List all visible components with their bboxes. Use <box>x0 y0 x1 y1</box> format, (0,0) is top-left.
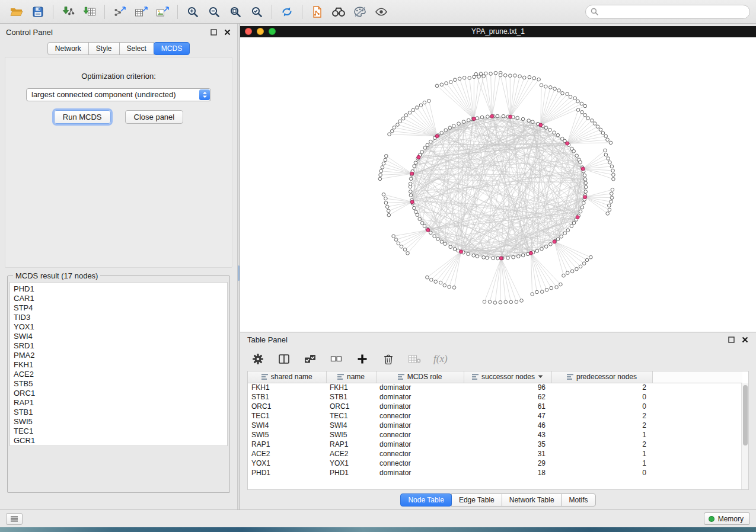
trash-icon <box>382 353 394 365</box>
mcds-result-item[interactable]: GCR1 <box>14 436 227 446</box>
mcds-result-item[interactable]: ACE2 <box>14 370 227 379</box>
tab-mcds[interactable]: MCDS <box>154 42 190 55</box>
mcds-result-item[interactable]: PHD1 <box>14 284 227 294</box>
search-input[interactable] <box>601 7 745 16</box>
mcds-tab-content: Optimization criterion: largest connecte… <box>5 57 232 268</box>
node-table-row[interactable]: TEC1TEC1connector472 <box>248 411 742 421</box>
mcds-result-group: MCDS result (17 nodes) PHD1CAR1STP4TID3Y… <box>7 271 230 493</box>
close-panel-button[interactable] <box>223 28 231 36</box>
node-table-row[interactable]: PHD1PHD1dominator180 <box>248 468 742 477</box>
cell-mcds-role: dominator <box>376 392 464 402</box>
deselect-all-button[interactable] <box>329 352 343 366</box>
memory-button[interactable]: Memory <box>704 512 750 525</box>
tab-network-table[interactable]: Network Table <box>502 493 562 507</box>
float-panel-button[interactable] <box>209 28 218 36</box>
open-session-button[interactable] <box>6 3 27 21</box>
tab-network[interactable]: Network <box>47 42 89 55</box>
table-panel-tabs: Node Table Edge Table Network Table Moti… <box>240 490 756 509</box>
function-builder-button[interactable]: f(x) <box>433 352 448 366</box>
node-table-row[interactable]: ORC1ORC1dominator610 <box>248 402 742 411</box>
column-header-shared-name[interactable]: shared name <box>248 371 326 383</box>
zoom-window-button[interactable] <box>269 28 276 35</box>
import-network-button[interactable] <box>58 3 79 21</box>
node-table-row[interactable]: ACE2ACE2connector311 <box>248 449 742 459</box>
mcds-result-item[interactable]: STP4 <box>14 303 227 313</box>
criterion-dropdown[interactable]: largest connected component (undirected) <box>26 88 211 101</box>
tab-style[interactable]: Style <box>88 42 120 55</box>
zoom-selected-button[interactable] <box>246 3 267 21</box>
mcds-result-item[interactable]: PMA2 <box>14 351 227 360</box>
mcds-result-item[interactable]: TEC1 <box>14 427 227 436</box>
cell-shared-name: YOX1 <box>248 459 326 468</box>
export-image-button[interactable] <box>152 3 173 21</box>
column-header-mcds-role[interactable]: MCDS role <box>376 371 464 383</box>
column-header-name[interactable]: name <box>326 371 376 383</box>
mcds-result-item[interactable]: ORC1 <box>14 389 227 398</box>
mcds-result-list[interactable]: PHD1CAR1STP4TID3YOX1SWI4SRD1PMA2FKH1ACE2… <box>9 282 228 446</box>
scrollbar-thumb[interactable] <box>743 385 748 446</box>
node-table-row[interactable]: RAP1RAP1dominator352 <box>248 440 742 449</box>
split-columns-icon <box>278 353 290 365</box>
tab-select[interactable]: Select <box>119 42 154 55</box>
run-mcds-button[interactable]: Run MCDS <box>54 110 111 124</box>
show-graphics-details-button[interactable] <box>371 3 392 21</box>
mcds-result-item[interactable]: CAR1 <box>14 294 227 303</box>
tab-edge-table[interactable]: Edge Table <box>451 493 502 507</box>
column-header-successor-nodes[interactable]: successor nodes <box>464 371 551 383</box>
export-table-button[interactable] <box>130 3 152 21</box>
cell-mcds-role: dominator <box>376 402 464 411</box>
close-window-button[interactable] <box>245 28 252 35</box>
node-table-row[interactable]: SWI4SWI4dominator462 <box>248 421 742 430</box>
export-network-button[interactable] <box>109 3 130 21</box>
split-panel-button[interactable] <box>277 352 291 366</box>
cell-shared-name: STB1 <box>248 392 326 402</box>
find-button[interactable] <box>328 3 349 21</box>
select-all-button[interactable] <box>303 352 317 366</box>
float-window-icon <box>210 29 217 36</box>
table-settings-button[interactable] <box>251 352 265 366</box>
delete-entry-button[interactable] <box>381 352 395 366</box>
splitter-handle-icon[interactable] <box>238 265 240 281</box>
cell-filler <box>652 440 742 449</box>
mcds-result-item[interactable]: SRD1 <box>14 341 227 351</box>
node-table-row[interactable]: YOX1YOX1connector291 <box>248 459 742 468</box>
tab-node-table[interactable]: Node Table <box>400 493 452 507</box>
hide-graphics-details-button[interactable] <box>349 3 371 21</box>
cell-mcds-role: connector <box>376 449 464 459</box>
zoom-fit-button[interactable] <box>225 3 246 21</box>
panel-menu-button[interactable] <box>6 513 23 525</box>
add-entry-button[interactable] <box>355 352 369 366</box>
save-session-button[interactable] <box>27 3 49 21</box>
network-canvas[interactable] <box>240 37 755 332</box>
zoom-out-button[interactable] <box>203 3 225 21</box>
node-table-row[interactable]: STB1STB1dominator620 <box>248 392 742 402</box>
refresh-view-button[interactable] <box>276 3 298 21</box>
export-image-icon <box>156 6 169 18</box>
mcds-result-item[interactable]: TID3 <box>14 313 227 322</box>
node-table-row[interactable]: FKH1FKH1dominator962 <box>248 383 742 392</box>
mcds-result-item[interactable]: STB1 <box>14 408 227 417</box>
network-window-titlebar[interactable]: YPA_prune.txt_1 <box>240 26 756 37</box>
mcds-result-item[interactable]: STB5 <box>14 379 227 389</box>
tab-motifs[interactable]: Motifs <box>562 493 596 507</box>
export-table-icon <box>135 6 148 18</box>
mcds-result-item[interactable]: SWI5 <box>14 417 227 427</box>
clear-table-button[interactable] <box>407 352 422 366</box>
minimize-window-button[interactable] <box>257 28 264 35</box>
table-vertical-scrollbar[interactable] <box>741 383 748 489</box>
column-header-predecessor-nodes[interactable]: predecessor nodes <box>551 371 652 383</box>
copy-document-button[interactable] <box>307 3 328 21</box>
mcds-result-item[interactable]: FKH1 <box>14 360 227 370</box>
node-table-row[interactable]: SWI5SWI5connector431 <box>248 430 742 440</box>
float-table-panel-button[interactable] <box>727 336 735 344</box>
mcds-result-item[interactable]: SWI4 <box>14 332 227 341</box>
network-search-box[interactable] <box>585 5 750 19</box>
close-mcds-panel-button[interactable]: Close panel <box>125 110 184 124</box>
cell-successor-nodes: 96 <box>464 383 551 392</box>
zoom-in-button[interactable] <box>182 3 203 21</box>
close-table-panel-button[interactable] <box>741 336 749 344</box>
mcds-result-item[interactable]: YOX1 <box>14 322 227 332</box>
zoom-fit-icon <box>229 6 241 18</box>
mcds-result-item[interactable]: RAP1 <box>14 398 227 408</box>
import-table-button[interactable] <box>79 3 100 21</box>
